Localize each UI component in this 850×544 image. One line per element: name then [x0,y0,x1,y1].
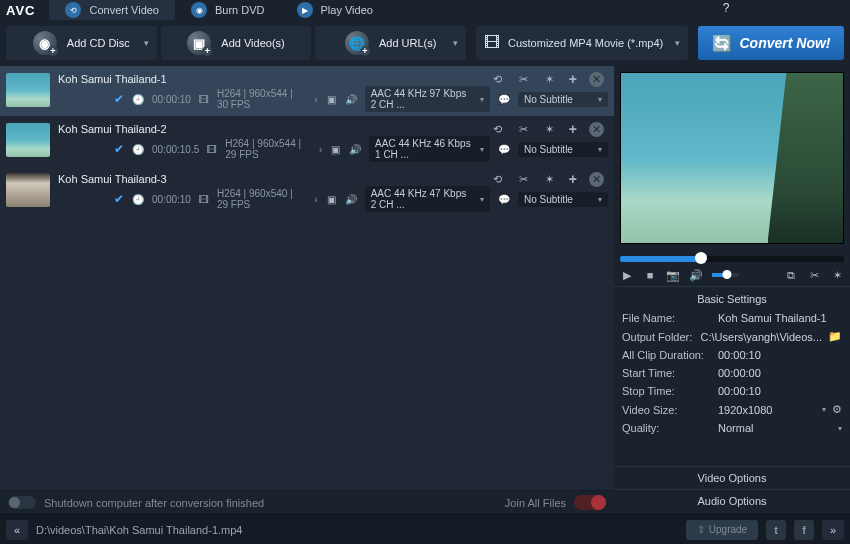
snapshot-button[interactable]: 📷 [666,268,680,282]
refresh-icon[interactable]: ⟲ [491,72,505,86]
remove-icon[interactable]: ✕ [589,122,604,137]
speaker-icon[interactable]: 🔊 [689,268,703,282]
all-clip-value: 00:00:10 [718,349,842,361]
shutdown-label: Shutdown computer after conversion finis… [44,497,264,509]
chevron-down-icon[interactable]: ▾ [144,38,149,48]
speaker-small-icon: 🔊 [349,142,361,156]
toolbar: ◉ Add CD Disc ▾ ▣ Add Video(s) 🌐 Add URL… [0,20,850,66]
chevron-down-icon[interactable]: ▾ [822,405,826,414]
tab-play-video[interactable]: ▶ Play Video [281,0,389,20]
subtitle-select[interactable]: No Subtitle ▾ [518,92,608,107]
snap-icon[interactable]: ⧉ [784,268,798,282]
nav-forward-button[interactable]: » [822,520,844,540]
effects-icon[interactable]: ✶ [543,72,557,86]
twitter-icon[interactable]: t [766,520,786,540]
basic-settings: Basic Settings File Name:Koh Samui Thail… [614,286,850,514]
chevron-down-icon[interactable]: ▾ [838,424,842,433]
refresh-icon[interactable]: ⟲ [491,122,505,136]
check-icon[interactable]: ✔ [114,142,124,156]
stop-button[interactable]: ■ [643,268,657,282]
remove-icon[interactable]: ✕ [589,172,604,187]
effects-icon[interactable]: ✶ [543,122,557,136]
statusbar: « D:\videos\Thai\Koh Samui Thailand-1.mp… [0,514,850,544]
add-urls-button[interactable]: 🌐 Add URL(s) ▾ [315,26,466,60]
subtitle-select[interactable]: No Subtitle ▾ [518,142,608,157]
gear-icon[interactable]: ⚙ [832,403,842,416]
crop-small-icon[interactable]: ▣ [325,92,336,106]
check-icon[interactable]: ✔ [114,192,124,206]
subtitle-value: No Subtitle [524,194,573,205]
crop-small-icon[interactable]: ▣ [330,142,341,156]
titlebar: AVC ⟲ Convert Video ◉ Burn DVD ▶ Play Vi… [0,0,850,20]
remove-icon[interactable]: ✕ [589,72,604,87]
effects-icon[interactable]: ✶ [543,172,557,186]
check-icon[interactable]: ✔ [114,92,124,106]
file-item[interactable]: Koh Samui Thailand-3 ⟲ ✂ ✶ + ✕ ✔ 🕘 00:00… [0,166,614,216]
tab-label: Play Video [321,4,373,16]
scissors-icon[interactable]: ✂ [807,268,821,282]
plus-icon[interactable]: + [569,171,577,187]
audio-value: AAC 44 KHz 47 Kbps 2 CH ... [371,188,474,210]
preview-video[interactable] [620,72,844,244]
output-profile-select[interactable]: 🎞 Customized MP4 Movie (*.mp4) ▾ [476,26,688,60]
subtitle-icon: 💬 [498,144,510,155]
audio-track-select[interactable]: AAC 44 KHz 97 Kbps 2 CH ... ▾ [365,86,490,112]
add-videos-button[interactable]: ▣ Add Video(s) [161,26,312,60]
stop-time-value[interactable]: 00:00:10 [718,385,842,397]
start-time-value[interactable]: 00:00:00 [718,367,842,379]
plus-icon[interactable]: + [569,121,577,137]
clock-icon: 🕘 [132,194,144,205]
chevron-right-icon[interactable]: › [314,94,317,105]
tab-burn-dvd[interactable]: ◉ Burn DVD [175,0,281,20]
nav-back-button[interactable]: « [6,520,28,540]
scissors-icon[interactable]: ✂ [517,72,531,86]
video-options-button[interactable]: Video Options [614,466,850,489]
audio-options-button[interactable]: Audio Options [614,489,850,512]
add-cd-disc-button[interactable]: ◉ Add CD Disc ▾ [6,26,157,60]
file-thumbnail[interactable] [6,173,50,207]
chevron-down-icon[interactable]: ▾ [453,38,458,48]
audio-track-select[interactable]: AAC 44 KHz 47 Kbps 2 CH ... ▾ [365,186,490,212]
join-all-toggle[interactable] [574,495,606,510]
convert-label: Convert Now! [740,35,831,51]
tab-convert-video[interactable]: ⟲ Convert Video [49,0,175,20]
film-icon: 🎞 [199,194,209,205]
crop-icon[interactable]: ✶ [830,268,844,282]
settings-header: Basic Settings [614,289,850,309]
audio-value: AAC 44 KHz 97 Kbps 2 CH ... [371,88,474,110]
subtitle-select[interactable]: No Subtitle ▾ [518,192,608,207]
subtitle-icon: 💬 [498,194,510,205]
file-item[interactable]: Koh Samui Thailand-2 ⟲ ✂ ✶ + ✕ ✔ 🕘 00:00… [0,116,614,166]
refresh-icon[interactable]: ⟲ [491,172,505,186]
speaker-small-icon: 🔊 [345,192,357,206]
file-thumbnail[interactable] [6,123,50,157]
add-buttons: ◉ Add CD Disc ▾ ▣ Add Video(s) 🌐 Add URL… [6,26,466,60]
subtitle-value: No Subtitle [524,144,573,155]
audio-track-select[interactable]: AAC 44 KHz 46 Kbps 1 CH ... ▾ [369,136,490,162]
speaker-small-icon: 🔊 [345,92,357,106]
scissors-icon[interactable]: ✂ [517,122,531,136]
crop-small-icon[interactable]: ▣ [325,192,336,206]
chevron-right-icon[interactable]: › [314,194,317,205]
upgrade-button[interactable]: ⇪Upgrade [686,520,758,540]
add-urls-label: Add URL(s) [379,37,436,49]
help-icon[interactable]: ? [718,0,734,16]
file-name-value[interactable]: Koh Samui Thailand-1 [718,312,842,324]
play-button[interactable]: ▶ [620,268,634,282]
volume-slider[interactable] [712,273,739,277]
main: Koh Samui Thailand-1 ⟲ ✂ ✶ + ✕ ✔ 🕘 00:00… [0,66,850,514]
convert-icon: ⟲ [65,2,81,18]
chevron-down-icon: ▾ [598,195,602,204]
plus-icon[interactable]: + [569,71,577,87]
scissors-icon[interactable]: ✂ [517,172,531,186]
chevron-right-icon[interactable]: › [319,144,322,155]
seek-slider[interactable] [620,256,844,262]
convert-now-button[interactable]: 🔄 Convert Now! [698,26,844,60]
shutdown-toggle[interactable] [8,496,36,509]
file-item[interactable]: Koh Samui Thailand-1 ⟲ ✂ ✶ + ✕ ✔ 🕘 00:00… [0,66,614,116]
add-videos-label: Add Video(s) [221,37,284,49]
file-thumbnail[interactable] [6,73,50,107]
facebook-icon[interactable]: f [794,520,814,540]
folder-icon[interactable]: 📁 [828,330,842,343]
video-size-value: 1920x1080 [718,404,816,416]
